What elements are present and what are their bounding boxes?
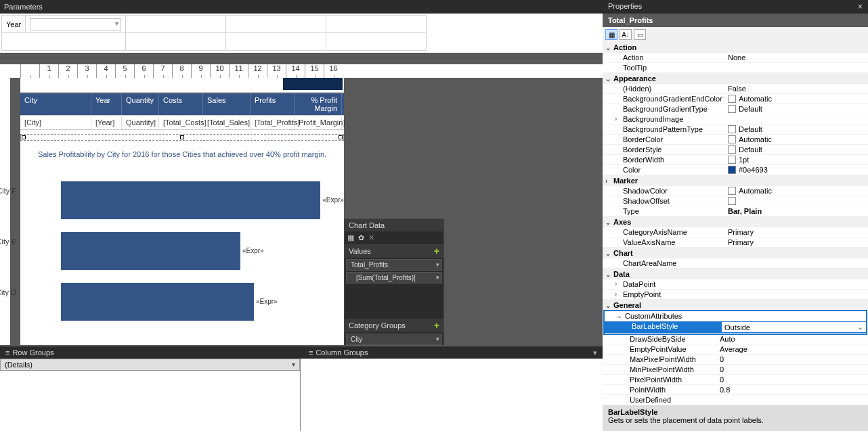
grid-icon[interactable]: ▦ [347, 233, 354, 242]
cat-chart[interactable]: ⌄Chart [603, 248, 868, 258]
prop-scolor-v[interactable]: Automatic [728, 187, 868, 195]
prop-carea-v[interactable] [728, 259, 868, 267]
cat-data[interactable]: ⌄Data [603, 269, 868, 279]
category-groups-section: Category Groups + [345, 319, 443, 332]
td-costs: [Total_Costs] [159, 116, 203, 129]
cat-appearance[interactable]: ⌄Appearance [603, 73, 868, 84]
design-surface[interactable]: City Year Quantity Costs Sales Profits %… [0, 78, 603, 345]
bar-expr-f: «Expr» [322, 196, 344, 204]
prop-soff-v[interactable] [728, 197, 868, 205]
prop-ppw-k: PixelPointWidth [630, 376, 720, 384]
prop-action-v[interactable]: None [728, 53, 868, 62]
prop-bstyle-v[interactable]: Default [728, 145, 868, 154]
th-qty: Quantity [122, 93, 159, 115]
chart-area[interactable]: City F «Expr» City E «Expr» City D «Expr… [20, 168, 344, 327]
param-empty-6 [226, 33, 326, 51]
prop-epoint-v[interactable] [720, 290, 868, 298]
close-icon[interactable]: ✕ [368, 233, 374, 242]
add-catgroup-icon[interactable]: + [434, 320, 439, 331]
highlight-box: ⌄CustomAttributes BarLabelStyle Outside⌄ [603, 310, 867, 335]
bar-f[interactable] [61, 181, 320, 219]
prop-bgend-v[interactable]: Automatic [728, 95, 868, 103]
bar-d[interactable] [61, 283, 254, 321]
prop-ppw-v[interactable]: 0 [720, 376, 868, 384]
prop-custom-k[interactable]: CustomAttributes [625, 312, 722, 320]
value-item-total-profits[interactable]: Total_Profits [346, 259, 442, 271]
prop-emptyval-k: EmptyPointValue [630, 345, 720, 353]
footer-desc: Gets or sets the placement of data point… [608, 416, 863, 424]
colgroups-icon: ≡ [309, 348, 313, 357]
td-profits: [Total_Profits] [251, 116, 295, 129]
prop-bstyle-k: BorderStyle [623, 145, 728, 154]
footer-title: BarLabelStyle [608, 408, 863, 416]
table-resize-handle[interactable] [20, 134, 344, 141]
prop-bcolor-k: BorderColor [623, 135, 728, 143]
values-label: Values [349, 247, 371, 255]
prop-bgtype-v[interactable]: Default [728, 105, 868, 113]
add-value-icon[interactable]: + [434, 246, 439, 256]
th-profits: Profits [251, 93, 295, 115]
prop-bptrn-v[interactable]: Default [728, 125, 868, 133]
property-pages-icon[interactable]: ▭ [634, 29, 646, 40]
prop-barlabelstyle-row[interactable]: BarLabelStyle Outside⌄ [605, 321, 866, 334]
catgroup-item-city[interactable]: City [346, 334, 442, 345]
param-empty-4 [2, 33, 126, 51]
prop-udef-v[interactable] [720, 396, 868, 404]
prop-type-v[interactable]: Bar, Plain [728, 207, 868, 215]
gear-icon[interactable]: ✿ [358, 233, 364, 242]
prop-pw-v[interactable]: 0.8 [720, 386, 868, 394]
bar-e[interactable] [61, 232, 240, 270]
value-agg-sum[interactable]: [Sum(Total_Profits)] [346, 272, 442, 283]
prop-maxpw-v[interactable]: 0 [720, 355, 868, 363]
th-year: Year [91, 93, 122, 115]
selected-object[interactable]: Total_Profits [603, 14, 868, 27]
prop-bwidth-v[interactable]: 1pt [728, 156, 868, 164]
prop-epoint-k[interactable]: EmptyPoint [623, 290, 720, 298]
bar-expr-d: «Expr» [256, 298, 278, 305]
table-row[interactable]: [City] [Year] Quantity] [Total_Costs] [T… [20, 115, 344, 130]
param-year-select[interactable] [30, 18, 121, 30]
prop-valax-k: ValueAxisName [623, 238, 728, 246]
prop-hidden-v[interactable]: False [728, 85, 868, 93]
prop-color-v[interactable]: #0e4693 [728, 166, 868, 174]
chart-title[interactable]: Sales Profitability by City for 2016 for… [20, 141, 344, 168]
th-city: City [20, 93, 91, 115]
prop-drawside-v[interactable]: Auto [720, 335, 868, 343]
prop-bgimg-v[interactable] [720, 115, 868, 123]
prop-bcolor-v[interactable]: Automatic [728, 135, 868, 143]
close-icon[interactable]: × [858, 2, 863, 12]
prop-bptrn-k: BackgroundPatternType [623, 125, 728, 133]
bar-label-f: City F [0, 187, 16, 195]
groups-bar: ≡Row Groups ≡Column Groups▾ [0, 346, 603, 359]
report-canvas[interactable]: City Year Quantity Costs Sales Profits %… [20, 78, 344, 345]
td-year: [Year] [91, 116, 122, 129]
details-group-row[interactable]: (Details) [0, 359, 300, 371]
th-sales: Sales [203, 93, 251, 115]
cat-general[interactable]: ⌄General [603, 300, 868, 311]
prop-minpw-v[interactable]: 0 [720, 365, 868, 373]
groups-chevron-icon[interactable]: ▾ [593, 348, 597, 357]
prop-valax-v[interactable]: Primary [728, 238, 868, 246]
prop-dpoint-k[interactable]: DataPoint [623, 280, 720, 288]
horizontal-ruler: 12345678910111213141516 [0, 64, 603, 78]
cat-action[interactable]: ⌄Action [603, 42, 868, 53]
cat-axes[interactable]: ⌄Axes [603, 217, 868, 227]
cat-marker[interactable]: ›Marker [603, 175, 868, 186]
prop-type-k: Type [623, 207, 728, 215]
prop-barlabel-v[interactable]: Outside⌄ [722, 322, 866, 332]
prop-catax-v[interactable]: Primary [728, 228, 868, 236]
prop-dpoint-v[interactable] [720, 280, 868, 288]
prop-tooltip-v[interactable] [728, 64, 868, 72]
group-rows-area: (Details) [0, 359, 603, 431]
categorized-icon[interactable]: ▦ [605, 29, 617, 40]
props-toolbar: ▦ A↓ ▭ [603, 27, 868, 42]
props-body[interactable]: ⌄Action ActionNone ToolTip ⌄Appearance (… [603, 42, 868, 405]
prop-emptyval-v[interactable]: Average [720, 345, 868, 353]
prop-minpw-k: MinPixelPointWidth [630, 365, 720, 373]
bar-row-e: City E «Expr» [61, 225, 344, 276]
prop-bwidth-k: BorderWidth [623, 156, 728, 164]
alphabetical-icon[interactable]: A↓ [620, 29, 632, 40]
prop-custom-v[interactable] [722, 312, 866, 320]
prop-bgimg-k[interactable]: BackgroundImage [623, 115, 720, 123]
chart-data-panel[interactable]: Chart Data ▦ ✿ ✕ Values + Total_Profits … [344, 219, 444, 345]
